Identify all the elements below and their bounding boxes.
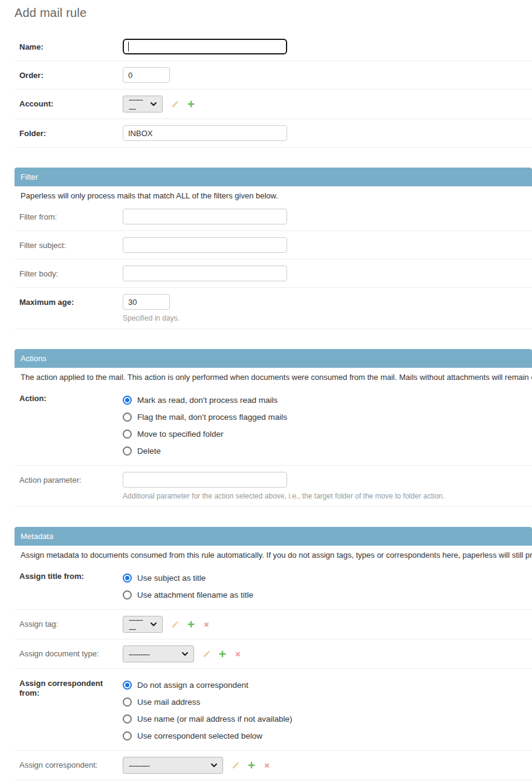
filter-section-help: Paperless will only process mails that m… bbox=[21, 191, 532, 200]
radio-icon[interactable] bbox=[123, 430, 132, 439]
order-label: Order: bbox=[19, 67, 123, 80]
filter-body-field bbox=[123, 266, 527, 281]
filter-section-header: Filter bbox=[15, 168, 532, 186]
chevron-down-icon bbox=[151, 102, 157, 106]
edit-correspondent-icon[interactable] bbox=[232, 761, 240, 769]
assign-document-type-select[interactable]: --------- bbox=[123, 645, 194, 662]
form-row-order: Order: bbox=[15, 61, 532, 90]
actions-section-header: Actions bbox=[15, 349, 532, 368]
form-row-name: Name: bbox=[15, 33, 532, 61]
radio-icon[interactable] bbox=[123, 573, 132, 583]
chevron-down-icon bbox=[151, 622, 157, 627]
edit-document-type-icon[interactable] bbox=[203, 650, 211, 658]
correspondent-option-mail-address[interactable]: Use mail address bbox=[123, 693, 527, 710]
assign-correspondent-field: --------- bbox=[123, 757, 527, 774]
form-row-filter-body: Filter body: bbox=[15, 260, 532, 288]
maximum-age-field: Specified in days. bbox=[123, 294, 527, 322]
action-label: Action: bbox=[19, 390, 123, 403]
maximum-age-label: Maximum age: bbox=[19, 294, 123, 307]
filter-subject-field bbox=[123, 237, 527, 253]
filter-subject-label: Filter subject: bbox=[19, 237, 123, 250]
assign-title-from-label: Assign title from: bbox=[19, 568, 123, 581]
assign-correspondent-from-label: Assign correspondent from: bbox=[19, 675, 123, 699]
action-parameter-help: Additional parameter for the action sele… bbox=[123, 492, 527, 500]
order-input[interactable] bbox=[123, 67, 170, 83]
action-option-delete[interactable]: Delete bbox=[123, 442, 527, 459]
module-filter: Filter Paperless will only process mails… bbox=[15, 168, 532, 329]
maximum-age-input[interactable] bbox=[123, 294, 170, 310]
form-row-action-parameter: Action parameter: Additional parameter f… bbox=[15, 466, 532, 507]
order-field bbox=[123, 67, 527, 83]
form-row-assign-correspondent-from: Assign correspondent from: Do not assign… bbox=[15, 669, 532, 751]
name-input[interactable] bbox=[123, 39, 287, 54]
correspondent-option-selected-below[interactable]: Use correspondent selected below bbox=[123, 727, 527, 744]
action-parameter-field: Additional parameter for the action sele… bbox=[123, 472, 527, 500]
form-row-action: Action: Mark as read, don't process read… bbox=[15, 384, 532, 466]
account-field: --------- bbox=[123, 96, 527, 113]
filter-body-label: Filter body: bbox=[19, 266, 123, 279]
account-select-value: --------- bbox=[129, 95, 144, 113]
correspondent-option-name[interactable]: Use name (or mail address if not availab… bbox=[123, 710, 527, 727]
assign-correspondent-select[interactable]: --------- bbox=[123, 757, 223, 774]
assign-tag-label: Assign tag: bbox=[19, 616, 123, 629]
radio-icon[interactable] bbox=[123, 731, 132, 740]
assign-correspondent-select-value: --------- bbox=[129, 761, 149, 770]
delete-correspondent-icon[interactable] bbox=[263, 762, 271, 769]
assign-tag-select[interactable]: --------- bbox=[123, 616, 163, 633]
filter-body-input[interactable] bbox=[123, 266, 287, 281]
add-document-type-icon[interactable] bbox=[218, 650, 227, 658]
form-row-assign-correspondent: Assign correspondent: --------- bbox=[15, 751, 532, 780]
filter-subject-input[interactable] bbox=[123, 237, 287, 253]
edit-tag-icon[interactable] bbox=[171, 620, 180, 629]
add-mail-rule-page: Add mail rule Name: Order: Account: ----… bbox=[0, 0, 532, 780]
action-parameter-label: Action parameter: bbox=[19, 472, 123, 485]
form-row-account: Account: --------- bbox=[15, 90, 532, 119]
module-general: Name: Order: Account: --------- bbox=[15, 33, 532, 148]
action-option-move-folder[interactable]: Move to specified folder bbox=[123, 425, 527, 442]
form-row-maximum-age: Maximum age: Specified in days. bbox=[15, 288, 532, 329]
delete-tag-icon[interactable] bbox=[203, 621, 210, 629]
radio-icon[interactable] bbox=[123, 446, 132, 456]
add-account-icon[interactable] bbox=[187, 100, 195, 108]
filter-from-label: Filter from: bbox=[19, 209, 123, 222]
form-row-filter-subject: Filter subject: bbox=[15, 231, 532, 260]
assign-tag-field: --------- bbox=[123, 616, 527, 633]
add-correspondent-icon[interactable] bbox=[247, 761, 256, 769]
delete-document-type-icon[interactable] bbox=[234, 650, 242, 658]
action-option-mark-read[interactable]: Mark as read, don't process read mails bbox=[123, 391, 527, 408]
radio-icon[interactable] bbox=[123, 590, 132, 599]
form-row-assign-title-from: Assign title from: Use subject as title … bbox=[15, 562, 532, 610]
action-radio-group: Mark as read, don't process read mails F… bbox=[123, 390, 527, 459]
module-metadata: Metadata Assign metadata to documents co… bbox=[15, 527, 532, 780]
radio-icon[interactable] bbox=[123, 413, 132, 422]
metadata-section-header: Metadata bbox=[15, 527, 532, 546]
radio-icon[interactable] bbox=[123, 714, 132, 724]
actions-section-help: The action applied to the mail. This act… bbox=[21, 373, 532, 382]
module-actions: Actions The action applied to the mail. … bbox=[15, 349, 532, 507]
account-select[interactable]: --------- bbox=[123, 96, 163, 113]
assign-document-type-field: --------- bbox=[123, 645, 527, 662]
folder-input[interactable] bbox=[123, 125, 287, 141]
correspondent-option-none[interactable]: Do not assign a correspondent bbox=[123, 676, 527, 693]
form-row-assign-document-type: Assign document type: --------- bbox=[15, 639, 532, 669]
assign-correspondent-from-radio-group: Do not assign a correspondent Use mail a… bbox=[123, 675, 527, 744]
chevron-down-icon bbox=[182, 652, 188, 656]
filter-from-input[interactable] bbox=[123, 209, 287, 224]
action-option-flag-mail[interactable]: Flag the mail, don't process flagged mai… bbox=[123, 408, 527, 425]
form-row-assign-tag: Assign tag: --------- bbox=[15, 610, 532, 639]
form-row-filter-from: Filter from: bbox=[15, 203, 532, 231]
radio-icon[interactable] bbox=[123, 681, 132, 690]
filter-from-field bbox=[123, 209, 527, 224]
radio-icon[interactable] bbox=[123, 396, 132, 405]
add-tag-icon[interactable] bbox=[187, 620, 195, 629]
form-row-folder: Folder: bbox=[15, 119, 532, 148]
title-option-subject[interactable]: Use subject as title bbox=[123, 569, 527, 586]
title-option-attachment-filename[interactable]: Use attachment filename as title bbox=[123, 586, 527, 603]
maximum-age-help: Specified in days. bbox=[123, 314, 527, 322]
folder-field bbox=[123, 125, 527, 141]
edit-account-icon[interactable] bbox=[171, 100, 180, 108]
radio-icon[interactable] bbox=[123, 697, 132, 707]
action-parameter-input[interactable] bbox=[123, 472, 287, 488]
metadata-section-help: Assign metadata to documents consumed fr… bbox=[21, 550, 532, 560]
name-field bbox=[123, 39, 527, 54]
